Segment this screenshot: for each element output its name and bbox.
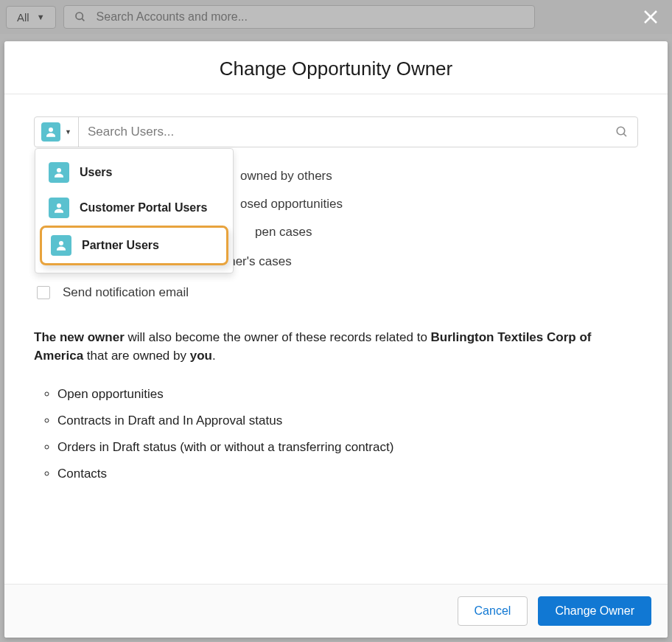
info-tail2: . [212,349,216,363]
info-mid: will also become the owner of these reco… [125,330,431,344]
modal-header: Change Opportunity Owner [4,41,668,94]
checkbox-row: Send notification email [34,277,638,308]
user-icon [51,235,71,256]
svg-point-7 [57,168,61,172]
global-search-placeholder: Search Accounts and more... [97,10,248,24]
modal-footer: Cancel Change Owner [4,584,668,638]
svg-line-6 [623,133,626,136]
filter-label: All [17,11,29,24]
user-icon [49,198,69,218]
checkbox-label: Send notification email [63,285,189,300]
info-tail1: that are owned by [83,349,190,363]
modal-body: ▼ Users Customer Portal Users [4,94,668,584]
owner-search-input[interactable] [79,117,606,147]
checkbox-label: osed opportunities [240,197,343,212]
background-header: All ▼ Search Accounts and more... [0,0,672,34]
checkbox-send-notification[interactable] [37,286,50,299]
dropdown-item-customer-portal-users[interactable]: Customer Portal Users [35,190,233,226]
info-paragraph: The new owner will also become the owner… [34,329,638,365]
user-icon [49,162,69,183]
dropdown-item-partner-users[interactable]: Partner Users [40,226,228,265]
svg-point-8 [57,203,61,208]
related-records-list: Open opportunities Contracts in Draft an… [41,381,638,487]
cancel-button[interactable]: Cancel [458,596,528,626]
list-item: Open opportunities [57,381,638,408]
owner-lookup: ▼ Users Customer Portal Users [34,116,638,147]
search-icon[interactable] [606,117,637,147]
dropdown-item-label: Users [80,166,112,179]
dropdown-item-label: Partner Users [82,239,159,252]
dropdown-item-users[interactable]: Users [35,155,233,190]
search-icon [74,11,86,23]
change-owner-button[interactable]: Change Owner [538,596,651,626]
lookup-type-button[interactable]: ▼ [35,117,79,147]
chevron-down-icon: ▼ [65,128,71,136]
filter-pill: All ▼ [6,6,56,29]
svg-line-1 [82,18,84,21]
list-item: Orders in Draft status (with or without … [57,434,638,461]
checkbox-label: pen cases [255,225,312,240]
change-owner-modal: Change Opportunity Owner ▼ Users [4,41,668,638]
info-lead: The new owner [34,330,125,344]
user-icon [41,122,60,142]
close-icon[interactable] [640,6,662,28]
dropdown-item-label: Customer Portal Users [80,201,207,214]
svg-point-5 [617,127,625,135]
info-you: you [190,349,212,363]
svg-point-0 [76,13,83,19]
chevron-down-icon: ▼ [37,13,45,21]
global-search: Search Accounts and more... [63,5,535,29]
lookup-type-dropdown: Users Customer Portal Users Partner User… [35,148,234,273]
checkbox-label: owned by others [240,169,332,184]
list-item: Contacts [57,461,638,487]
svg-point-4 [49,128,53,132]
modal-title: Change Opportunity Owner [16,57,656,80]
list-item: Contracts in Draft and In Approval statu… [57,408,638,434]
svg-point-9 [59,241,63,245]
